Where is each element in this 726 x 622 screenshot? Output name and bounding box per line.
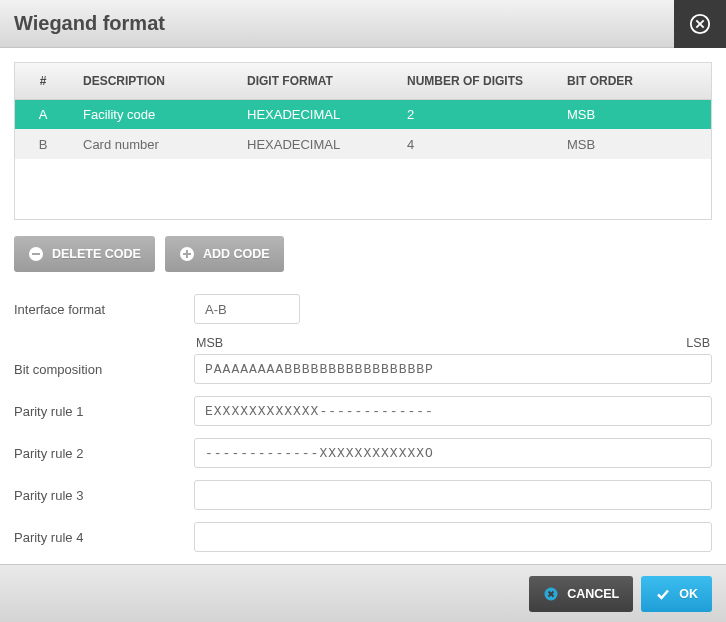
dialog-content: # DESCRIPTION DIGIT FORMAT NUMBER OF DIG… — [0, 48, 726, 564]
bit-order-legend: MSB LSB — [194, 336, 712, 350]
cancel-icon — [543, 586, 559, 602]
cell-description: Facility code — [71, 99, 235, 129]
cell-num-digits: 2 — [395, 99, 555, 129]
parity-rule-4-input[interactable] — [194, 522, 712, 552]
cell-num-digits: 4 — [395, 129, 555, 159]
add-code-button[interactable]: ADD CODE — [165, 236, 284, 272]
ok-label: OK — [679, 587, 698, 601]
close-button[interactable] — [674, 0, 726, 48]
titlebar: Wiegand format — [0, 0, 726, 48]
parity-rule-2-input[interactable] — [194, 438, 712, 468]
msb-label: MSB — [196, 336, 223, 350]
check-icon — [655, 586, 671, 602]
cell-digit-format: HEXADECIMAL — [235, 99, 395, 129]
format-form: Interface format MSB LSB Bit composition — [14, 294, 712, 552]
cell-digit-format: HEXADECIMAL — [235, 129, 395, 159]
interface-format-label: Interface format — [14, 302, 194, 317]
parity-rule-2-label: Parity rule 2 — [14, 446, 194, 461]
parity-rule-3-input[interactable] — [194, 480, 712, 510]
col-num-digits: NUMBER OF DIGITS — [395, 63, 555, 99]
plus-circle-icon — [179, 246, 195, 262]
cell-bit-order: MSB — [555, 99, 711, 129]
delete-code-label: DELETE CODE — [52, 247, 141, 261]
table-header-row: # DESCRIPTION DIGIT FORMAT NUMBER OF DIG… — [15, 63, 711, 99]
close-icon — [689, 13, 711, 35]
col-bit-order: BIT ORDER — [555, 63, 711, 99]
col-digit-format: DIGIT FORMAT — [235, 63, 395, 99]
minus-circle-icon — [28, 246, 44, 262]
bit-composition-label: Bit composition — [14, 362, 194, 377]
wiegand-format-dialog: Wiegand format # DESCRIPTION DIGIT FORMA… — [0, 0, 726, 622]
cell-index: B — [15, 129, 71, 159]
parity-rule-1-input[interactable] — [194, 396, 712, 426]
cancel-button[interactable]: CANCEL — [529, 576, 633, 612]
delete-code-button[interactable]: DELETE CODE — [14, 236, 155, 272]
col-index: # — [15, 63, 71, 99]
table-row[interactable]: B Card number HEXADECIMAL 4 MSB — [15, 129, 711, 159]
table-row[interactable]: A Facility code HEXADECIMAL 2 MSB — [15, 99, 711, 129]
cancel-label: CANCEL — [567, 587, 619, 601]
cell-description: Card number — [71, 129, 235, 159]
svg-rect-7 — [186, 250, 188, 258]
ok-button[interactable]: OK — [641, 576, 712, 612]
parity-rule-4-label: Parity rule 4 — [14, 530, 194, 545]
parity-rule-1-label: Parity rule 1 — [14, 404, 194, 419]
codes-table: # DESCRIPTION DIGIT FORMAT NUMBER OF DIG… — [14, 62, 712, 220]
svg-rect-4 — [32, 253, 40, 255]
lsb-label: LSB — [686, 336, 710, 350]
table-buttons: DELETE CODE ADD CODE — [14, 236, 712, 272]
parity-rule-3-label: Parity rule 3 — [14, 488, 194, 503]
cell-bit-order: MSB — [555, 129, 711, 159]
cell-index: A — [15, 99, 71, 129]
add-code-label: ADD CODE — [203, 247, 270, 261]
bit-composition-input[interactable] — [194, 354, 712, 384]
col-description: DESCRIPTION — [71, 63, 235, 99]
dialog-footer: CANCEL OK — [0, 564, 726, 622]
dialog-title: Wiegand format — [0, 12, 165, 35]
interface-format-input[interactable] — [194, 294, 300, 324]
